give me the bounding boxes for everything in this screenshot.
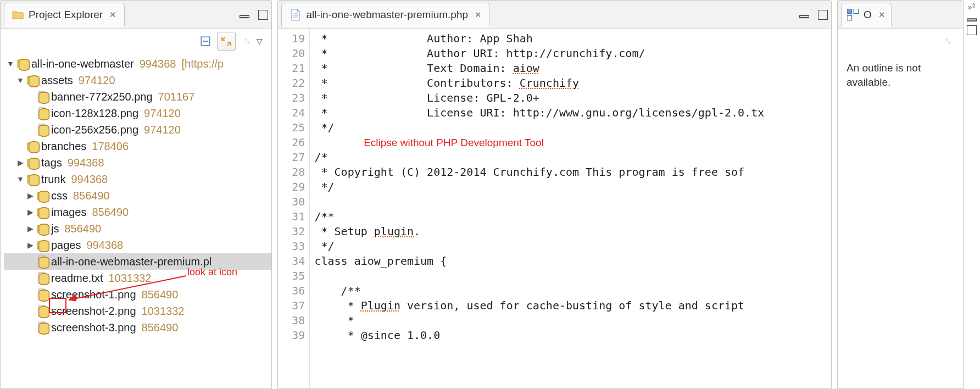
tree-row[interactable]: banner-772x250.png 701167 <box>4 88 271 105</box>
folder-open-icon <box>27 173 39 185</box>
tree-row[interactable]: ▼ trunk 994368 <box>4 171 271 187</box>
editor-pane: all-in-one-webmaster-premium.php ✕ 19 20… <box>277 0 832 389</box>
tree-item-repo: [https://p <box>182 55 224 72</box>
tree-item-revision: 856490 <box>92 204 129 220</box>
folder-open-icon <box>17 58 29 70</box>
outline-tabbar: O ✕ <box>838 1 963 29</box>
folder-icon <box>27 157 39 169</box>
file-icon <box>37 321 49 334</box>
tree-row[interactable]: screenshot-3.png 856490 <box>4 319 271 336</box>
expand-right-icon[interactable]: ▶ <box>26 220 35 237</box>
tree-item-label: images <box>51 204 86 220</box>
tree-item-label: tags <box>41 154 62 171</box>
annotation-label: look at icon <box>187 266 237 278</box>
expand-down-icon[interactable]: ▼ <box>16 171 25 187</box>
tree-item-label: trunk <box>41 171 65 187</box>
folder-icon <box>37 206 49 218</box>
expand-right-icon[interactable]: ▶ <box>16 154 25 171</box>
svg-point-11 <box>245 38 248 41</box>
project-explorer-tab[interactable]: Project Explorer ✕ <box>4 3 125 27</box>
expand-right-icon[interactable]: ▶ <box>26 187 35 204</box>
file-icon <box>37 255 49 268</box>
minimize-button[interactable] <box>240 10 249 20</box>
tree-row[interactable]: ▶ images 856490 <box>4 204 271 220</box>
tree-item-revision: 974120 <box>144 105 181 121</box>
project-explorer-tabbar: Project Explorer ✕ <box>1 1 271 29</box>
tree-item-label: pages <box>51 237 81 253</box>
close-icon[interactable]: ✕ <box>109 10 116 20</box>
project-explorer-pane: Project Explorer ✕ ▽ ▼ all-in-one-we <box>0 0 272 389</box>
maximize-button[interactable] <box>258 10 268 20</box>
tree-item-revision: 856490 <box>64 220 101 237</box>
folder-icon <box>37 239 49 251</box>
tree-item-revision: 856490 <box>73 187 110 204</box>
overflow-count: 1 <box>972 2 976 10</box>
file-icon <box>37 272 49 284</box>
outline-icon <box>847 9 859 21</box>
tab-overflow-button[interactable]: » <box>968 3 972 11</box>
outline-message: An outline is not available. <box>838 53 963 97</box>
tree-item-label: icon-256x256.png <box>51 121 138 138</box>
folder-icon <box>27 140 39 152</box>
project-explorer-tab-label: Project Explorer <box>29 9 103 21</box>
tree-row[interactable]: branches 178406 <box>4 138 271 154</box>
tree-row[interactable]: ▼ all-in-one-webmaster 994368 [https://p <box>4 55 271 72</box>
folder-icon <box>37 223 49 235</box>
focus-button[interactable] <box>238 32 257 51</box>
svg-point-15 <box>945 38 948 41</box>
tree-item-revision: 701167 <box>158 88 195 105</box>
folder-icon <box>37 190 49 202</box>
tree-row[interactable]: ▶ css 856490 <box>4 187 271 204</box>
tree-row[interactable]: ▶ pages 994368 <box>4 237 271 253</box>
close-icon[interactable]: ✕ <box>475 10 482 20</box>
tree-item-label: all-in-one-webmaster <box>31 55 134 72</box>
tree-item-label: assets <box>41 72 73 88</box>
tree-item-revision: 974120 <box>144 121 181 138</box>
tree-item-label: branches <box>41 138 86 154</box>
annotation-arrow-icon <box>65 273 192 305</box>
outline-filter-button[interactable] <box>939 32 957 51</box>
file-icon <box>289 9 302 21</box>
outline-tab[interactable]: O ✕ <box>841 3 892 27</box>
tree-item-revision: 994368 <box>68 154 104 171</box>
view-menu-button[interactable]: ▽ <box>257 37 263 46</box>
collapse-all-button[interactable] <box>196 32 215 51</box>
tab-overflow-strip: » 1 <box>964 0 980 389</box>
tree-row[interactable]: ▶ js 856490 <box>4 220 271 237</box>
expand-down-icon[interactable]: ▼ <box>6 55 15 72</box>
minimize-button[interactable] <box>799 10 809 20</box>
code-area[interactable]: * Author: App Shah * Author URI: http://… <box>310 29 831 388</box>
editor-tab[interactable]: all-in-one-webmaster-premium.php ✕ <box>281 3 490 27</box>
tree-item-label: css <box>51 187 68 204</box>
highlight-box <box>49 298 66 313</box>
expand-down-icon[interactable]: ▼ <box>16 72 25 88</box>
tree-item-revision: 856490 <box>142 319 179 336</box>
editor-tab-label: all-in-one-webmaster-premium.php <box>306 9 468 21</box>
tree-item-label: js <box>51 220 59 237</box>
outline-pane: O ✕ An outline is not available. <box>837 0 964 389</box>
tree-item-revision: 974120 <box>79 72 115 88</box>
tree-row[interactable]: ▶ tags 994368 <box>4 154 271 171</box>
file-icon <box>37 107 49 119</box>
tree-row[interactable]: ▼ assets 974120 <box>4 72 271 88</box>
tree-item-revision: 994368 <box>71 171 108 187</box>
minimize-button[interactable] <box>967 13 977 23</box>
maximize-button[interactable] <box>818 10 828 20</box>
svg-line-13 <box>69 276 186 300</box>
file-icon <box>37 124 49 136</box>
folder-open-icon <box>27 74 39 86</box>
explorer-icon <box>12 9 24 21</box>
expand-right-icon[interactable]: ▶ <box>26 237 35 253</box>
tree-item-revision: 994368 <box>140 55 176 72</box>
outline-tab-label: O <box>864 9 872 21</box>
maximize-button[interactable] <box>967 25 977 35</box>
svg-marker-14 <box>69 294 76 301</box>
tree-item-label: banner-772x250.png <box>51 88 153 105</box>
code-editor[interactable]: 19 20 21 22 23 24 25 26 27 28 29 30 31 3… <box>278 29 831 388</box>
link-with-editor-button[interactable] <box>217 32 236 51</box>
tree-row[interactable]: icon-128x128.png 974120 <box>4 105 271 121</box>
tree-item-label: icon-128x128.png <box>51 105 138 121</box>
expand-right-icon[interactable]: ▶ <box>26 204 35 220</box>
close-icon[interactable]: ✕ <box>878 10 886 20</box>
tree-row[interactable]: icon-256x256.png 974120 <box>4 121 271 138</box>
